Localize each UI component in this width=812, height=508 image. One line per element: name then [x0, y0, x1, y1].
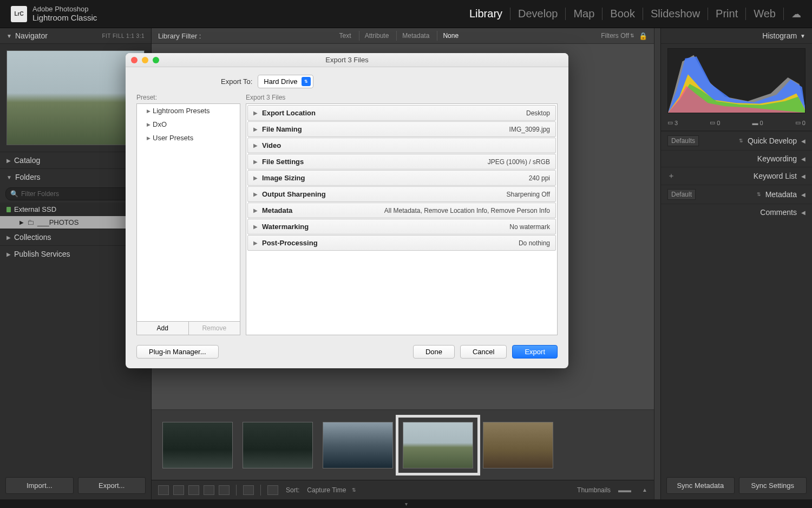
cancel-button[interactable]: Cancel — [460, 345, 507, 359]
lock-icon[interactable]: 🔒 — [639, 32, 647, 40]
quick-develop-section[interactable]: Defaults ⇅ Quick Develop ◀ — [661, 131, 812, 150]
filmstrip-thumb[interactable] — [483, 422, 553, 468]
filmstrip-thumb[interactable] — [243, 422, 313, 468]
chevron-right-icon: ▶ — [147, 122, 150, 127]
sync-settings-button[interactable]: Sync Settings — [739, 477, 807, 494]
sort-direction-icon[interactable] — [267, 485, 278, 495]
export-section-postprocessing[interactable]: ▶Post-ProcessingDo nothing — [247, 235, 556, 251]
chevron-up-icon[interactable]: ▲ — [642, 487, 647, 493]
grid-scrollbar[interactable] — [654, 28, 660, 499]
export-section-imagesizing[interactable]: ▶Image Sizing240 ppi — [247, 170, 556, 186]
sort-dropdown[interactable]: Capture Time — [307, 486, 346, 494]
module-library[interactable]: Library — [462, 8, 510, 20]
histogram-chart[interactable] — [667, 48, 806, 113]
module-web[interactable]: Web — [746, 8, 784, 20]
export-section-location[interactable]: ▶Export LocationDesktop — [247, 105, 556, 121]
navigator-preview[interactable] — [6, 50, 145, 145]
bottom-handle[interactable]: ▾ — [0, 499, 812, 508]
navigator-header[interactable]: ▼ Navigator FIT FILL 1:1 3:1 — [0, 28, 151, 44]
chevron-left-icon: ◀ — [801, 156, 806, 162]
histogram-header[interactable]: Histogram ▼ — [661, 28, 812, 44]
filter-tab-none[interactable]: None — [437, 31, 464, 41]
preset-item[interactable]: ▶DxO — [137, 118, 240, 131]
keywording-section[interactable]: Keywording ◀ — [661, 150, 812, 167]
navigator-zoom-options[interactable]: FIT FILL 1:1 3:1 — [102, 33, 145, 39]
chevron-down-icon: ▼ — [6, 33, 12, 39]
folders-label: Folders — [15, 173, 41, 181]
sync-metadata-button[interactable]: Sync Metadata — [666, 477, 735, 494]
dialog-title: Export 3 Files — [325, 56, 368, 64]
import-button[interactable]: Import... — [5, 477, 74, 494]
chevron-right-icon: ▶ — [253, 110, 258, 116]
comments-section[interactable]: Comments ◀ — [661, 204, 812, 220]
chevron-updown-icon[interactable]: ⇅ — [352, 487, 356, 493]
window-close-icon[interactable] — [131, 57, 137, 63]
chevron-updown-icon[interactable]: ⇅ — [757, 192, 761, 197]
module-develop[interactable]: Develop — [510, 8, 566, 20]
shutter-value: 0 — [802, 120, 806, 126]
section-value: All Metadata, Remove Location Info, Remo… — [384, 207, 550, 214]
filter-tab-metadata[interactable]: Metadata — [396, 31, 435, 41]
export-section-watermarking[interactable]: ▶WatermarkingNo watermark — [247, 219, 556, 235]
quick-develop-label: Quick Develop — [748, 136, 797, 145]
section-name: Image Sizing — [262, 174, 305, 182]
export-section-filesettings[interactable]: ▶File SettingsJPEG (100%) / sRGB — [247, 154, 556, 170]
quick-develop-preset-select[interactable]: Defaults — [667, 135, 699, 146]
export-section-sharpening[interactable]: ▶Output SharpeningSharpening Off — [247, 186, 556, 202]
dialog-titlebar[interactable]: Export 3 Files — [126, 53, 568, 67]
preset-list[interactable]: ▶Lightroom Presets ▶DxO ▶User Presets — [136, 103, 240, 322]
survey-view-icon[interactable] — [204, 485, 214, 495]
window-minimize-icon[interactable] — [142, 57, 148, 63]
app-logo: LrC — [11, 6, 27, 22]
people-view-icon[interactable] — [219, 485, 230, 495]
compare-view-icon[interactable] — [188, 485, 199, 495]
module-print[interactable]: Print — [708, 8, 746, 20]
metadata-preset-select[interactable]: Default — [667, 189, 696, 200]
chevron-updown-icon[interactable]: ⇅ — [739, 138, 743, 144]
aperture-value: 0 — [760, 120, 763, 126]
loupe-view-icon[interactable] — [173, 485, 184, 495]
export-section-filenaming[interactable]: ▶File NamingIMG_3099.jpg — [247, 121, 556, 137]
cloud-sync-icon[interactable]: ☁ — [784, 8, 801, 20]
chevron-left-icon: ◀ — [801, 192, 806, 198]
thumbnail-size-slider[interactable]: ▬▬ — [618, 486, 631, 494]
export-to-label: Export To: — [221, 77, 252, 86]
keyword-list-section[interactable]: ＋ Keyword List ◀ — [661, 167, 812, 185]
sort-label: Sort: — [286, 486, 299, 494]
metadata-section[interactable]: Default ⇅ Metadata ◀ — [661, 185, 812, 204]
chevron-updown-icon[interactable]: ⇅ — [630, 33, 634, 38]
preset-item[interactable]: ▶Lightroom Presets — [137, 104, 240, 118]
painter-icon[interactable] — [243, 485, 254, 495]
export-section-video[interactable]: ▶Video — [247, 138, 556, 153]
export-to-select[interactable]: Hard Drive ⇅ — [258, 75, 313, 88]
export-button[interactable]: Export... — [78, 477, 146, 494]
filmstrip[interactable] — [152, 409, 654, 480]
folder-filter-input[interactable]: 🔍 Filter Folders — [5, 187, 146, 200]
preset-item[interactable]: ▶User Presets — [137, 131, 240, 145]
module-book[interactable]: Book — [603, 8, 643, 20]
section-value: Desktop — [526, 109, 550, 117]
preset-add-button[interactable]: Add — [137, 322, 188, 335]
filmstrip-thumb-selected[interactable] — [403, 422, 473, 468]
export-section-metadata[interactable]: ▶MetadataAll Metadata, Remove Location I… — [247, 203, 556, 218]
preset-remove-button[interactable]: Remove — [188, 322, 240, 335]
filter-tab-attribute[interactable]: Attribute — [359, 31, 395, 41]
grid-view-icon[interactable] — [158, 485, 169, 495]
module-slideshow[interactable]: Slideshow — [643, 8, 708, 20]
export-confirm-button[interactable]: Export — [512, 345, 558, 359]
plugin-manager-button[interactable]: Plug-in Manager... — [136, 345, 219, 359]
library-filter-bar: Library Filter : Text Attribute Metadata… — [152, 28, 654, 44]
window-zoom-icon[interactable] — [153, 57, 159, 63]
filters-off-toggle[interactable]: Filters Off — [601, 32, 629, 40]
filter-tab-text[interactable]: Text — [334, 31, 357, 41]
library-filter-label: Library Filter : — [158, 32, 201, 40]
add-keyword-icon[interactable]: ＋ — [667, 171, 675, 181]
done-button[interactable]: Done — [413, 345, 455, 359]
section-name: Output Sharpening — [262, 190, 326, 198]
section-name: Watermarking — [262, 223, 309, 231]
module-map[interactable]: Map — [566, 8, 603, 20]
section-name: Metadata — [262, 206, 292, 214]
filmstrip-thumb[interactable] — [162, 422, 233, 468]
filmstrip-thumb[interactable] — [323, 422, 393, 468]
chevron-right-icon: ▶ — [253, 175, 258, 181]
